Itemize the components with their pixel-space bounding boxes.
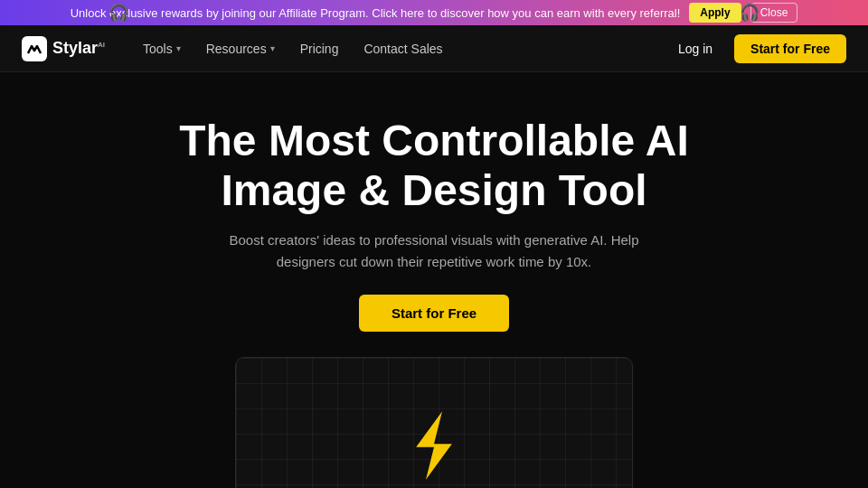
login-button[interactable]: Log in <box>667 36 723 61</box>
nav-item-tools[interactable]: Tools ▾ <box>134 36 190 61</box>
hero-title: The Most Controllable AI Image & Design … <box>179 116 689 215</box>
banner-text: Unlock exclusive rewards by joining our … <box>71 6 681 20</box>
hero-subtitle: Boost creators' ideas to professional vi… <box>217 230 651 273</box>
promo-banner: 🎧 Unlock exclusive rewards by joining ou… <box>0 0 868 25</box>
nav-item-resources[interactable]: Resources ▾ <box>197 36 284 61</box>
logo[interactable]: StylarAI <box>22 36 105 61</box>
nav-links: Tools ▾ Resources ▾ Pricing Contact Sale… <box>134 36 667 61</box>
navbar: StylarAI Tools ▾ Resources ▾ Pricing Con… <box>0 25 868 72</box>
headphone-right-icon: 🎧 <box>740 3 760 23</box>
stylar-s-logo <box>393 405 475 488</box>
hero-section: The Most Controllable AI Image & Design … <box>0 72 868 488</box>
start-free-nav-button[interactable]: Start for Free <box>734 34 846 63</box>
svg-marker-1 <box>416 412 452 481</box>
logo-icon <box>22 36 47 61</box>
nav-right: Log in Start for Free <box>667 34 846 63</box>
tools-chevron-icon: ▾ <box>176 43 181 53</box>
hero-cta-button[interactable]: Start for Free <box>359 295 509 332</box>
headphone-left-icon: 🎧 <box>108 3 128 23</box>
apply-button[interactable]: Apply <box>689 3 741 23</box>
demo-card <box>235 357 633 488</box>
resources-chevron-icon: ▾ <box>270 43 275 53</box>
nav-item-contact[interactable]: Contact Sales <box>354 36 451 61</box>
nav-item-pricing[interactable]: Pricing <box>291 36 348 61</box>
logo-wordmark: StylarAI <box>52 39 105 58</box>
s-bolt-icon <box>393 405 475 486</box>
